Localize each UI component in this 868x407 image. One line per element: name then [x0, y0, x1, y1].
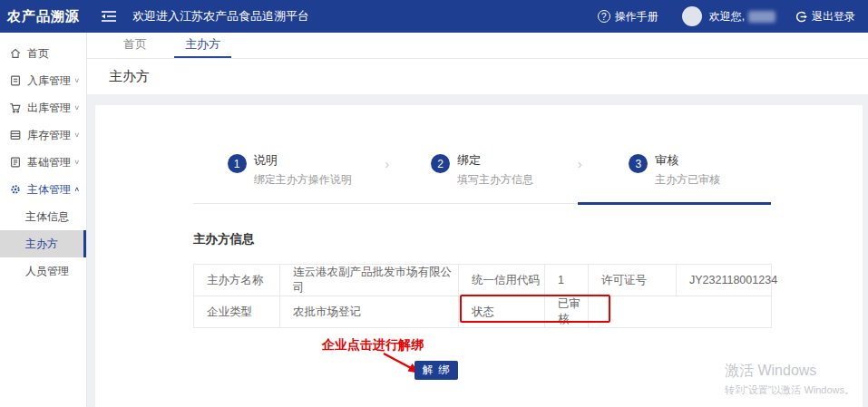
cell-company-type-value: 农批市场登记 — [280, 296, 459, 328]
sidebar-subitem-organizer[interactable]: 主办方 — [0, 230, 86, 257]
sidebar: 首页 入库管理 ∨ 出库管理 ∨ 库存管理 ∨ 基础 — [0, 33, 87, 407]
chevron-down-icon: ∨ — [73, 159, 80, 166]
cell-organizer-name-value: 连云港农副产品批发市场有限公司 — [280, 265, 459, 296]
sidebar-item-label: 首页 — [27, 46, 49, 62]
app-logo: 农产品溯源 — [0, 8, 87, 25]
logout-label: 退出登录 — [812, 9, 855, 24]
avatar[interactable] — [682, 6, 702, 26]
organizer-info-table: 主办方名称 连云港农副产品批发市场有限公司 统一信用代码 1 许可证号 JY23… — [193, 264, 771, 328]
chevron-down-icon: ∨ — [73, 131, 80, 139]
sidebar-subitem-label: 主体信息 — [25, 209, 69, 225]
sidebar-item-outbound[interactable]: 出库管理 ∨ — [0, 94, 86, 121]
unbind-button[interactable]: 解 绑 — [414, 361, 458, 380]
cell-empty — [589, 296, 772, 328]
content-card: 1 说明 绑定主办方操作说明 › 2 绑定 填写主办方信息 › — [95, 105, 863, 407]
sidebar-subitem-subject-info[interactable]: 主体信息 — [0, 203, 86, 230]
step-2-title: 绑定 — [457, 152, 533, 169]
sidebar-item-label: 入库管理 — [27, 73, 71, 89]
step-3: 3 审核 主办方已审核 — [579, 152, 771, 188]
tab-bar: 首页 主办方 — [87, 33, 868, 59]
chevron-up-icon: ∧ — [73, 186, 80, 193]
tab-organizer[interactable]: 主办方 — [174, 33, 231, 58]
question-icon: ? — [598, 10, 610, 23]
watermark-line2: 转到“设置”以激活 Windows。 — [725, 383, 854, 397]
manual-link[interactable]: ? 操作手册 — [598, 9, 658, 24]
cell-status-label: 状态 — [459, 296, 545, 328]
greeting-text: 欢迎您, — [709, 9, 745, 24]
cell-credit-code-label: 统一信用代码 — [459, 265, 545, 296]
sidebar-item-basic[interactable]: 基础管理 ∨ — [0, 149, 86, 176]
chevron-down-icon: ∨ — [73, 104, 80, 111]
home-icon — [9, 47, 22, 60]
section-title: 主办方信息 — [193, 231, 863, 247]
cell-license-label: 许可证号 — [589, 265, 677, 296]
sidebar-item-label: 出库管理 — [27, 101, 71, 116]
cell-company-type-label: 企业类型 — [194, 296, 280, 328]
sidebar-item-inventory[interactable]: 库存管理 ∨ — [0, 121, 86, 149]
cell-credit-code-value: 1 — [545, 265, 589, 296]
gear-icon — [9, 183, 22, 196]
menu-collapse-icon[interactable] — [102, 10, 116, 23]
sidebar-subitem-label: 主办方 — [25, 237, 58, 252]
cell-organizer-name-label: 主办方名称 — [194, 265, 280, 296]
inbound-doc-icon — [9, 74, 22, 87]
step-1-number: 1 — [228, 154, 247, 173]
step-2-number: 2 — [431, 154, 450, 173]
step-3-title: 审核 — [655, 152, 720, 169]
inventory-icon — [9, 129, 22, 141]
basic-doc-icon — [9, 156, 22, 169]
windows-activation-watermark: 激活 Windows 转到“设置”以激活 Windows。 — [725, 362, 854, 397]
page-title: 主办方 — [87, 59, 868, 94]
sidebar-subitem-personnel[interactable]: 人员管理 — [0, 257, 86, 285]
cart-icon — [9, 102, 22, 114]
tab-home[interactable]: 首页 — [112, 33, 158, 58]
step-1-desc: 绑定主办方操作说明 — [254, 172, 352, 188]
step-1: 1 说明 绑定主办方操作说明 › — [193, 152, 385, 188]
sidebar-item-label: 主体管理 — [27, 182, 71, 198]
stepper: 1 说明 绑定主办方操作说明 › 2 绑定 填写主办方信息 › — [193, 152, 771, 204]
watermark-line1: 激活 Windows — [725, 362, 854, 381]
sidebar-item-subject[interactable]: 主体管理 ∧ — [0, 176, 86, 203]
table-row: 企业类型 农批市场登记 状态 已审核 — [194, 296, 772, 328]
logout-icon — [795, 11, 807, 23]
step-3-desc: 主办方已审核 — [655, 172, 720, 188]
welcome-text: 欢迎进入江苏农产品食品追溯平台 — [132, 8, 309, 24]
step-1-title: 说明 — [254, 152, 352, 169]
sidebar-item-inbound[interactable]: 入库管理 ∨ — [0, 67, 86, 94]
cell-license-value: JY232118001234 — [677, 265, 772, 296]
sidebar-item-label: 库存管理 — [27, 128, 71, 143]
chevron-down-icon: ∨ — [73, 77, 80, 84]
sidebar-item-home[interactable]: 首页 — [0, 40, 86, 67]
top-navbar: 农产品溯源 欢迎进入江苏农产品食品追溯平台 ? 操作手册 欢迎您, 退出登录 — [0, 0, 868, 33]
stepper-active-track — [578, 202, 771, 205]
sidebar-subitem-label: 人员管理 — [25, 264, 69, 279]
logout-button[interactable]: 退出登录 — [795, 9, 855, 24]
manual-label: 操作手册 — [615, 9, 658, 24]
table-row: 主办方名称 连云港农副产品批发市场有限公司 统一信用代码 1 许可证号 JY23… — [194, 265, 772, 296]
sidebar-item-label: 基础管理 — [27, 155, 71, 170]
cell-status-value: 已审核 — [545, 296, 589, 328]
step-2: 2 绑定 填写主办方信息 › — [385, 152, 578, 188]
step-3-number: 3 — [629, 154, 648, 173]
user-name-redacted — [748, 11, 775, 23]
step-2-desc: 填写主办方信息 — [457, 172, 533, 188]
